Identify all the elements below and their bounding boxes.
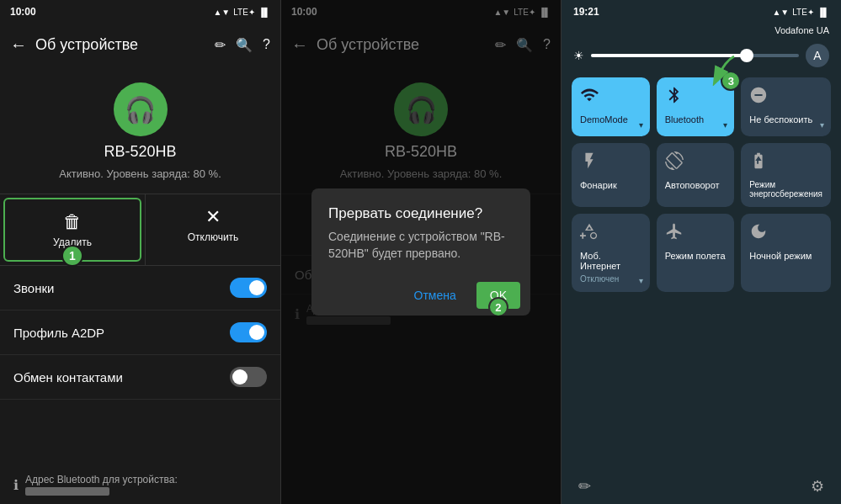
middle-panel: 10:00 ▲▼ LTE✦ ▐▌ ← Об устройстве ✏ 🔍 ? 🎧…: [281, 0, 562, 504]
disconnect-button[interactable]: ✕ Отключить: [146, 194, 280, 265]
no-disturb-chevron: ▾: [820, 120, 824, 130]
left-status-bar: 10:00 ▲▼ LTE✦ ▐▌: [0, 0, 280, 24]
night-mode-label: Ночной режим: [749, 251, 812, 261]
dialog-title: Прервать соединение?: [311, 188, 530, 229]
dialog-body: Соединение с устройством "RB-520HB" буде…: [311, 229, 530, 275]
contacts-label: Обмен контактами: [13, 370, 123, 385]
page-title: Об устройстве: [35, 36, 206, 54]
bluetooth-icon: [665, 86, 684, 109]
bt-chevron: ▾: [723, 120, 727, 130]
action-row: 🗑 Удалить 1 ✕ Отключить: [0, 194, 280, 266]
right-bottom-bar: ✏ ⚙: [562, 469, 841, 504]
left-status-icons: ▲▼ LTE✦ ▐▌: [213, 8, 270, 17]
battery-icon: ▐▌: [258, 8, 270, 17]
nav-actions: ✏ 🔍 ?: [215, 37, 270, 53]
mobile-data-sublabel: Отключен: [580, 274, 619, 284]
tile-bluetooth[interactable]: Bluetooth ▾ 3: [657, 77, 735, 136]
bottom-edit-icon[interactable]: ✏: [578, 477, 591, 496]
bottom-settings-icon[interactable]: ⚙: [811, 477, 824, 496]
dialog-actions: Отмена OK 2: [311, 275, 530, 316]
tile-night-mode[interactable]: Ночной режим: [741, 214, 831, 292]
tile-mobile-data[interactable]: Моб. Интернет Отключен ▾: [572, 214, 650, 292]
carrier-bar: Vodafone UA: [562, 24, 841, 39]
tile-flashlight[interactable]: Фонарик: [572, 143, 650, 207]
tile-no-disturb[interactable]: Не беспокоить ▾: [741, 77, 831, 136]
tile-battery-saver[interactable]: Режим энергосбережения: [741, 143, 831, 207]
a2dp-toggle[interactable]: [230, 322, 267, 342]
contacts-toggle[interactable]: [230, 367, 267, 387]
a2dp-label: Профиль A2DP: [13, 326, 104, 340]
bt-address-row: ℹ Адрес Bluetooth для устройства:: [0, 465, 280, 504]
no-disturb-label: Не беспокоить: [749, 114, 812, 125]
autorotate-icon: [665, 151, 684, 175]
auto-brightness-label: A: [813, 49, 821, 62]
calls-item[interactable]: Звонки: [0, 266, 280, 310]
demo-mode-chevron: ▾: [639, 120, 643, 130]
brightness-row: ☀ A: [562, 39, 841, 71]
mobile-data-chevron: ▾: [639, 276, 643, 285]
right-battery-icon: ▐▌: [817, 8, 829, 17]
night-mode-icon: [749, 222, 768, 246]
airplane-icon: [665, 222, 684, 246]
bluetooth-label: Bluetooth: [665, 114, 704, 125]
bt-address-label: Адрес Bluetooth для устройства:: [25, 474, 178, 485]
step-2-badge: 2: [488, 297, 508, 316]
right-time: 19:21: [573, 6, 599, 18]
delete-icon: 🗑: [63, 211, 82, 233]
dialog-ok-button[interactable]: OK 2: [476, 282, 520, 309]
dialog-cancel-button[interactable]: Отмена: [401, 282, 470, 309]
disconnect-dialog: Прервать соединение? Соединение с устрой…: [311, 188, 530, 316]
info-icon: ℹ: [13, 477, 19, 493]
left-panel: 10:00 ▲▼ LTE✦ ▐▌ ← Об устройстве ✏ 🔍 ? 🎧…: [0, 0, 281, 504]
dialog-overlay: Прервать соединение? Соединение с устрой…: [281, 0, 561, 504]
right-panel: 19:21 ▲▼ LTE✦ ▐▌ Vodafone UA ☀ A D: [562, 0, 841, 504]
a2dp-item[interactable]: Профиль A2DP: [0, 310, 280, 355]
delete-button[interactable]: 🗑 Удалить 1: [3, 198, 141, 262]
step-3-badge: 3: [721, 71, 741, 91]
wifi-icon: [580, 86, 599, 109]
right-signal-icon: ▲▼: [772, 8, 789, 17]
right-lte-badge: LTE✦: [792, 8, 814, 17]
right-status-icons: ▲▼ LTE✦ ▐▌: [772, 8, 829, 17]
demo-mode-label: DemoMode: [580, 114, 628, 125]
carrier-name: Vodafone UA: [774, 25, 829, 35]
battery-saver-label: Режим энергосбережения: [749, 180, 822, 199]
device-header: 🎧 RB-520HB Активно. Уровень заряда: 80 %…: [0, 66, 280, 194]
brightness-icon: ☀: [573, 49, 584, 62]
tile-airplane[interactable]: Режим полета: [657, 214, 735, 292]
edit-icon[interactable]: ✏: [215, 37, 226, 53]
flashlight-icon: [580, 151, 599, 175]
settings-list: Звонки Профиль A2DP Обмен контактами: [0, 266, 280, 465]
right-status-bar: 19:21 ▲▼ LTE✦ ▐▌: [562, 0, 841, 24]
brightness-fill: [591, 54, 747, 57]
search-icon[interactable]: 🔍: [236, 37, 253, 53]
quick-tiles-grid: DemoMode ▾ Bluetooth ▾ 3: [562, 71, 841, 299]
no-disturb-icon: [749, 86, 768, 109]
bt-address-info: Адрес Bluetooth для устройства:: [25, 474, 178, 496]
tile-demo-mode[interactable]: DemoMode ▾: [572, 77, 650, 136]
help-icon[interactable]: ?: [263, 37, 270, 53]
device-status: Активно. Уровень заряда: 80 %.: [59, 167, 221, 180]
signal-icon: ▲▼: [213, 8, 230, 17]
lte-badge: LTE✦: [233, 8, 255, 17]
left-nav-bar: ← Об устройстве ✏ 🔍 ?: [0, 24, 280, 66]
device-name: RB-520HB: [104, 143, 176, 161]
bt-address-value: [25, 487, 109, 496]
calls-label: Звонки: [13, 281, 54, 295]
contacts-item[interactable]: Обмен контактами: [0, 355, 280, 400]
battery-saver-icon: [749, 151, 768, 175]
flashlight-label: Фонарик: [580, 180, 617, 190]
autorotate-label: Автоповорот: [665, 180, 720, 190]
auto-brightness-button[interactable]: A: [806, 44, 829, 67]
brightness-slider[interactable]: [591, 54, 799, 57]
device-icon: 🎧: [114, 82, 168, 136]
step-1-badge: 1: [61, 245, 83, 267]
disconnect-icon: ✕: [205, 206, 221, 228]
tile-autorotate[interactable]: Автоповорот: [657, 143, 735, 207]
mobile-data-icon: [580, 222, 599, 246]
brightness-thumb: [740, 49, 753, 62]
calls-toggle[interactable]: [230, 278, 267, 298]
airplane-label: Режим полета: [665, 251, 726, 261]
left-time: 10:00: [10, 6, 36, 18]
back-button[interactable]: ←: [10, 35, 27, 55]
